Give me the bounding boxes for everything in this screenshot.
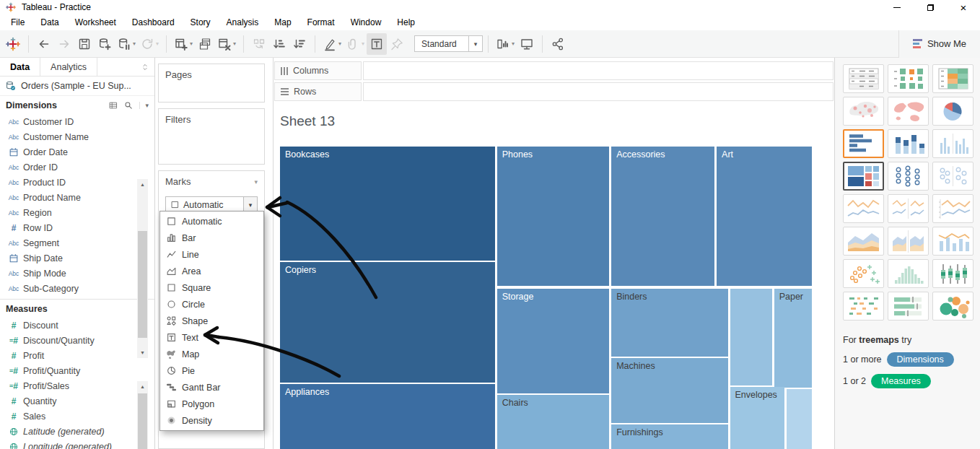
menu-item[interactable]: File — [3, 16, 32, 29]
marks-menu-text[interactable]: Text — [160, 329, 263, 346]
dropdown-caret[interactable]: ▾ — [190, 40, 193, 47]
marks-menu-polygon[interactable]: Polygon — [160, 396, 263, 412]
tableau-logo[interactable] — [3, 33, 23, 55]
measures-scrollbar[interactable]: ▲ — [137, 381, 148, 449]
marks-menu-shape[interactable]: Shape — [160, 313, 263, 329]
treemap-cell[interactable]: Copiers — [280, 262, 495, 383]
showme-continuous-lines[interactable] — [843, 194, 884, 223]
dropdown-caret[interactable]: ▾ — [133, 40, 136, 47]
mark-type-caret[interactable]: ▾ — [243, 197, 257, 212]
marks-menu-area[interactable]: Area — [160, 263, 263, 279]
marks-menu-bar[interactable]: Bar — [160, 230, 263, 246]
marks-menu-gantt-bar[interactable]: Gantt Bar — [160, 379, 263, 396]
group-members-button[interactable]: ▾ — [344, 33, 367, 55]
scroll-down-icon[interactable]: ▼ — [137, 347, 148, 358]
showme-text-table[interactable] — [843, 64, 884, 93]
tab-analytics[interactable]: Analytics — [40, 58, 97, 76]
showme-symbol-map[interactable] — [843, 97, 884, 126]
showme-dual-lines[interactable] — [932, 194, 974, 223]
marks-menu-density[interactable]: Density — [160, 412, 263, 429]
highlight-button[interactable]: ▾ — [320, 33, 344, 55]
showme-heat-map[interactable] — [888, 64, 929, 93]
measure-field[interactable]: Longitude (generated) — [0, 439, 154, 449]
showme-side-by-side-bars[interactable] — [932, 129, 974, 158]
measure-field[interactable]: # Sales — [0, 409, 154, 424]
marks-menu-map[interactable]: Map — [160, 346, 263, 362]
pages-card[interactable]: Pages — [158, 64, 265, 103]
menu-item[interactable]: Window — [343, 16, 390, 29]
fix-axes-button[interactable] — [387, 33, 407, 55]
treemap-cell[interactable]: Envelopes — [730, 387, 784, 449]
minimize-button[interactable] — [880, 0, 914, 14]
dimension-field[interactable]: Abc Segment — [0, 235, 154, 250]
dimension-field[interactable]: Abc Customer ID — [0, 114, 154, 129]
menu-item[interactable]: Map — [266, 16, 299, 29]
treemap-cell[interactable]: Paper — [774, 289, 812, 388]
menu-item[interactable]: Data — [32, 16, 66, 29]
treemap-cell[interactable]: Appliances — [280, 384, 495, 449]
dropdown-caret[interactable]: ▾ — [512, 40, 515, 47]
clear-sheet-button[interactable]: ▾ — [215, 33, 238, 55]
redo-button[interactable] — [54, 33, 74, 55]
marks-card-caret[interactable]: ▾ — [254, 178, 258, 186]
dimension-field[interactable]: Abc Product ID — [0, 175, 154, 190]
rows-shelf[interactable]: Rows — [274, 82, 834, 101]
dimension-field[interactable]: # Row ID — [0, 220, 154, 235]
marks-menu-automatic[interactable]: Automatic — [160, 213, 263, 230]
measure-field[interactable]: Latitude (generated) — [0, 424, 154, 439]
restore-button[interactable] — [914, 0, 947, 14]
new-worksheet-button[interactable]: ▾ — [172, 33, 195, 55]
dimension-field[interactable]: Abc Order ID — [0, 160, 154, 175]
close-button[interactable]: × — [947, 0, 980, 14]
dropdown-caret[interactable]: ▾ — [156, 40, 159, 47]
dimensions-scrollbar[interactable]: ▲ ▼ — [137, 179, 148, 358]
dimension-field[interactable]: Abc Sub-Category — [0, 281, 154, 296]
measure-field[interactable]: =# Discount/Quantity — [0, 333, 154, 348]
marks-menu-square[interactable]: Square — [160, 279, 263, 296]
columns-shelf[interactable]: Columns — [274, 61, 834, 80]
datasource-item[interactable]: Orders (Sample - EU Sup... — [0, 77, 154, 96]
showme-continuous-area[interactable] — [843, 227, 884, 256]
menu-item[interactable]: Analysis — [219, 16, 267, 29]
treemap-cell[interactable]: Art — [717, 147, 812, 286]
showme-horizontal-bars[interactable] — [843, 129, 884, 158]
showme-circle-views[interactable] — [888, 162, 929, 191]
dropdown-caret[interactable]: ▾ — [338, 40, 341, 47]
marks-menu-line[interactable]: Line — [160, 246, 263, 263]
marks-menu-circle[interactable]: Circle — [160, 296, 263, 313]
pane-collapse-icon[interactable] — [136, 58, 154, 76]
show-me-button[interactable]: Show Me — [898, 30, 980, 58]
showme-gantt[interactable] — [843, 292, 884, 321]
showme-treemap[interactable] — [843, 162, 884, 191]
treemap-cell[interactable]: Chairs — [497, 395, 610, 449]
treemap-cell[interactable]: Bookcases — [280, 147, 495, 261]
columns-drop-area[interactable] — [363, 61, 834, 80]
duplicate-sheet-button[interactable] — [195, 33, 215, 55]
treemap-cell[interactable]: Machines — [611, 358, 727, 424]
treemap-cell[interactable]: Phones — [497, 147, 610, 286]
scroll-up-icon[interactable]: ▲ — [137, 381, 148, 392]
show-mark-labels-button[interactable] — [367, 33, 387, 55]
showme-side-by-side-circles[interactable] — [932, 162, 974, 191]
fit-caret[interactable]: ▾ — [468, 36, 482, 51]
dimension-field[interactable]: Ship Date — [0, 250, 154, 266]
showme-filled-map[interactable] — [888, 97, 929, 126]
treemap-cell[interactable] — [730, 289, 772, 385]
showme-highlight-table[interactable] — [932, 64, 974, 93]
showme-scatter-plot[interactable] — [843, 259, 884, 288]
fit-selector[interactable]: Standard ▾ — [414, 35, 483, 52]
menu-item[interactable]: Story — [183, 16, 219, 29]
new-data-source-button[interactable] — [95, 33, 115, 55]
measure-field[interactable]: =# Profit/Quantity — [0, 363, 154, 378]
sort-descending-button[interactable] — [289, 33, 310, 55]
treemap-cell[interactable]: Furnishings — [611, 424, 727, 449]
run-auto-updates-button[interactable]: ▾ — [138, 33, 161, 55]
measure-field[interactable]: =# Profit/Sales — [0, 378, 154, 393]
measure-field[interactable]: # Quantity — [0, 393, 154, 409]
showme-discrete-area[interactable] — [888, 227, 929, 256]
measure-field[interactable]: # Profit — [0, 348, 154, 363]
showme-pie-chart[interactable] — [932, 97, 974, 126]
showme-packed-bubbles[interactable] — [932, 292, 974, 321]
sort-ascending-button[interactable] — [269, 33, 289, 55]
view-data-grid-icon[interactable] — [108, 100, 118, 110]
